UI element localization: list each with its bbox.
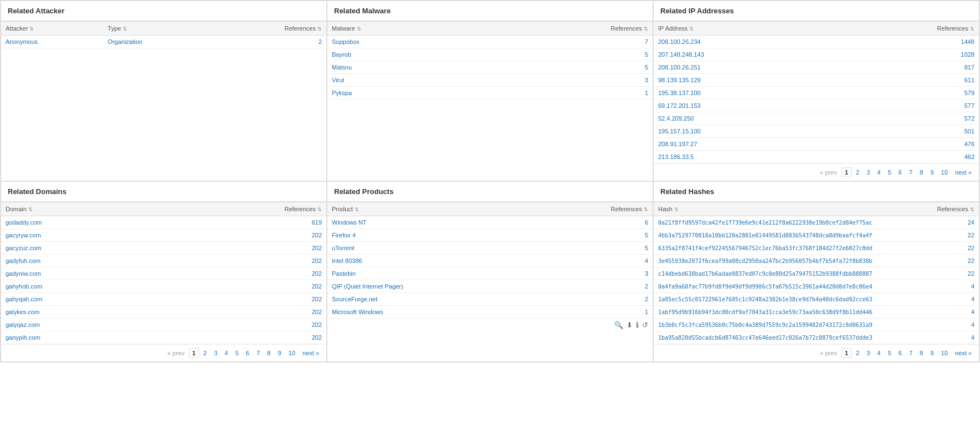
pagination-page[interactable]: 6 [896, 349, 904, 357]
pagination-page[interactable]: 3 [864, 168, 873, 177]
attacker-refs-cell[interactable]: 2 [211, 36, 326, 48]
ip-col-header[interactable]: IP Address ⇅ [654, 22, 830, 36]
hash-cell[interactable]: 4bb3a7529770018a10bb120a2801e81449581d88… [654, 229, 923, 242]
pagination-prev[interactable]: « prev [817, 168, 840, 177]
search-action-icon[interactable]: 🔍 [614, 321, 623, 329]
product-cell[interactable]: Intel 80386 [327, 255, 534, 267]
domain-cell[interactable]: gacyzuz.com [1, 242, 162, 255]
domain-col-header[interactable]: Domain ⇅ [1, 202, 162, 216]
malware-cell[interactable]: Matsnu [327, 61, 474, 74]
ip-cell[interactable]: 52.4.209.250 [654, 112, 830, 125]
domain-cell[interactable]: galykes.com [1, 306, 162, 319]
pagination-page[interactable]: 9 [928, 349, 937, 357]
domain-cell[interactable]: gadyniw.com [1, 267, 162, 280]
pagination-next[interactable]: next » [952, 349, 974, 357]
ip-cell[interactable]: 207.148.248.143 [654, 48, 830, 61]
attacker-cell[interactable]: Anonymous [1, 36, 103, 48]
hash-refs-col-header[interactable]: References ⇅ [923, 202, 979, 216]
hash-cell[interactable]: 3e455938e2072f6ceaf99a08cd2950aa247bc2b9… [654, 255, 923, 267]
ip-cell[interactable]: 208.100.26.251 [654, 61, 830, 74]
domain-cell[interactable]: godaddy.com [1, 216, 162, 229]
product-cell[interactable]: Firefox 4 [327, 229, 534, 242]
pagination-page[interactable]: 3 [211, 349, 220, 357]
ip-cell[interactable]: 195.157.15.100 [654, 125, 830, 138]
malware-refs-col-header[interactable]: References ⇅ [474, 22, 653, 36]
pagination-page[interactable]: 7 [906, 168, 915, 177]
hash-cell[interactable]: 0a21f8ffd9597dca42fe1f739e6e9c41e212f8a6… [654, 216, 923, 229]
refs-col-header[interactable]: References ⇅ [211, 22, 326, 36]
pagination-page[interactable]: 4 [222, 349, 231, 357]
pagination-page[interactable]: 10 [938, 168, 951, 177]
product-refs-col-header[interactable]: References ⇅ [534, 202, 653, 216]
pagination-page[interactable]: 1 [842, 167, 852, 177]
pagination-page[interactable]: 5 [885, 168, 894, 177]
pagination-next[interactable]: next » [300, 349, 322, 357]
malware-cell[interactable]: Suppobox [327, 36, 474, 48]
pagination-page[interactable]: 1 [842, 348, 852, 358]
domain-refs-col-header[interactable]: References ⇅ [162, 202, 326, 216]
product-cell[interactable]: QIP (Quiet Internet Pager) [327, 280, 534, 293]
domain-cell[interactable]: ganypih.com [1, 331, 162, 344]
product-cell[interactable]: Microsoft Windows [327, 306, 534, 319]
ip-cell[interactable]: 69.172.201.153 [654, 100, 830, 112]
pagination-page[interactable]: 2 [853, 168, 862, 177]
pagination-page[interactable]: 4 [874, 168, 883, 177]
pagination-page[interactable]: 7 [253, 349, 262, 357]
pagination-page[interactable]: 3 [864, 349, 873, 357]
malware-cell[interactable]: Bayrob [327, 48, 474, 61]
product-cell[interactable]: uTorrent [327, 242, 534, 255]
pagination-page[interactable]: 10 [938, 349, 951, 357]
ip-cell[interactable]: 98.139.135.129 [654, 74, 830, 87]
product-cell[interactable]: Pastebin [327, 267, 534, 280]
pagination-next[interactable]: next » [952, 168, 974, 177]
domain-cell[interactable]: gadyfuh.com [1, 255, 162, 267]
domain-cell[interactable]: galyqaz.com [1, 319, 162, 331]
ip-cell[interactable]: 195.38.137.100 [654, 87, 830, 100]
refresh-action-icon[interactable]: ↺ [642, 321, 648, 329]
pagination-page[interactable]: 9 [928, 168, 937, 177]
pagination-page[interactable]: 8 [917, 168, 926, 177]
pagination-page[interactable]: 6 [243, 349, 252, 357]
product-cell[interactable]: SourceForge.net [327, 293, 534, 306]
product-cell[interactable]: Windows NT [327, 216, 534, 229]
attacker-col-header[interactable]: Attacker ⇅ [1, 22, 103, 36]
pagination-page[interactable]: 5 [232, 349, 241, 357]
ip-cell[interactable]: 213.186.33.5 [654, 151, 830, 163]
related-domains-panel: Related Domains Domain ⇅ References ⇅ go… [1, 181, 327, 362]
pagination-page[interactable]: 6 [896, 168, 904, 177]
pagination-page[interactable]: 2 [853, 349, 862, 357]
malware-col-header[interactable]: Malware ⇅ [327, 22, 474, 36]
type-cell[interactable]: Organization [103, 36, 211, 48]
pagination-page[interactable]: 10 [286, 349, 298, 357]
hash-cell[interactable]: 0a4fa9a68fac77b9fd8f9d49df9d9906c5fa67b5… [654, 280, 923, 293]
pagination-page[interactable]: 2 [201, 349, 210, 357]
info-action-icon[interactable]: ℹ [636, 321, 639, 329]
pagination-page[interactable]: 5 [885, 349, 894, 357]
download-action-icon[interactable]: ⬇ [626, 321, 633, 329]
hash-col-header[interactable]: Hash ⇅ [654, 202, 923, 216]
pagination-prev[interactable]: « prev [165, 349, 187, 357]
type-col-header[interactable]: Type ⇅ [103, 22, 211, 36]
pagination-prev[interactable]: « prev [817, 349, 840, 357]
pagination-page[interactable]: 7 [906, 349, 915, 357]
hash-cell[interactable]: 1a05ec5c55c01722961e7685c1c9248a2382b1e3… [654, 293, 923, 306]
domain-cell[interactable]: gahyhob.com [1, 280, 162, 293]
ip-cell[interactable]: 208.100.26.234 [654, 36, 830, 48]
pagination-page[interactable]: 8 [917, 349, 926, 357]
hash-cell[interactable]: 1ba95a820d55bcadcb6d87463cc47e646eed17c0… [654, 331, 923, 344]
malware-cell[interactable]: Pykspa [327, 87, 474, 100]
ip-refs-col-header[interactable]: References ⇅ [830, 22, 979, 36]
malware-cell[interactable]: Virut [327, 74, 474, 87]
ip-cell[interactable]: 208.91.197.27 [654, 138, 830, 151]
domain-cell[interactable]: gacyryw.com [1, 229, 162, 242]
product-col-header[interactable]: Product ⇅ [327, 202, 534, 216]
pagination-page[interactable]: 9 [275, 349, 284, 357]
hash-cell[interactable]: 1b3b0cf5c3fca59536b0c75b0c4a389d7559c9c2… [654, 319, 923, 331]
pagination-page[interactable]: 4 [874, 349, 883, 357]
pagination-page[interactable]: 1 [189, 348, 199, 358]
pagination-page[interactable]: 8 [265, 349, 273, 357]
hash-cell[interactable]: 6335a2f8741f4cef92245567946752c1ec76ba53… [654, 242, 923, 255]
hash-cell[interactable]: c14dbebd638bad17b6adae0837ed07c9c0e80d25… [654, 267, 923, 280]
hash-cell[interactable]: 1abf95d9b916b94f3dc00cdf9af7043a31cca3e5… [654, 306, 923, 319]
domain-cell[interactable]: gahyqah.com [1, 293, 162, 306]
